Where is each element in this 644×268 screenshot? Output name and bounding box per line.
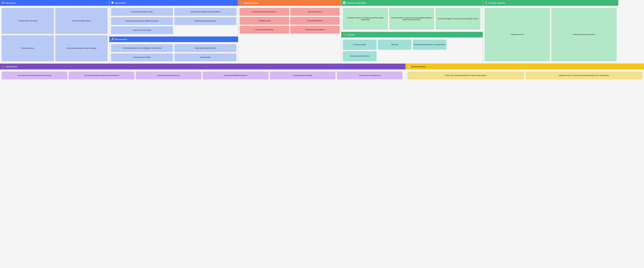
card-personalized: Personalized recommendations xyxy=(290,26,340,34)
card-cogs: Cost of goods sold (including procuremen… xyxy=(2,72,67,79)
card-marketing: Marketing and advertising initiatives xyxy=(174,17,236,25)
revenue-streams-icon: 🏷️ xyxy=(407,65,410,68)
card-payment-processors: Payment processors xyxy=(2,35,54,61)
card-tech-infra: Technology infrastructure: servers, data… xyxy=(111,44,173,52)
key-partners-panel: 🤝 Key partners: Third-party sellers and … xyxy=(0,0,110,63)
customer-segments-panel: 🍕 Customer segments: Individual consumer… xyxy=(483,0,618,63)
channels-header: ✏️ Channels: xyxy=(341,32,483,38)
card-employee-salaries: Employee salaries and benefits xyxy=(270,72,336,79)
value-proposition-icon: ⚙️ xyxy=(240,2,243,4)
key-partners-header: 🤝 Key partners: xyxy=(0,0,109,6)
card-brand-reputation: Brand reputation xyxy=(174,53,236,61)
key-activities-title: Key activities: xyxy=(115,2,126,4)
cost-structure-icon: ✂️ xyxy=(2,65,4,68)
key-partners-cards: Third-party sellers and vendors Delivery… xyxy=(0,6,109,63)
channels-cards: E-commerce website Mobile app Physical r… xyxy=(341,38,483,63)
key-resources-icon: 🔑 xyxy=(111,38,114,41)
revenue-streams-title: Revenue streams: xyxy=(411,66,426,68)
channels-title: Channels: xyxy=(347,34,355,36)
key-activities-icon: 💬 xyxy=(111,2,114,4)
bottom-section: ✂️ Cost structure: Cost of goods sold (i… xyxy=(0,63,644,82)
card-community-engagement: Community engagement: customer forums an… xyxy=(436,8,480,30)
card-tech-maintenance: Technology infrastructure maintenance an… xyxy=(69,72,134,79)
key-resources-title: Key resources: xyxy=(115,38,127,40)
key-activities-cards: Procuring and managing inventory Develop… xyxy=(110,6,238,36)
revenue-streams-panel: 🏷️ Revenue streams: Product sales: reven… xyxy=(406,64,644,82)
card-customer-service-costs: Customer service and support costs xyxy=(337,72,402,79)
key-partners-title: Key partners: xyxy=(6,2,16,4)
rel-channels-panel: 📊 Customer relationships: Self-service: … xyxy=(341,0,483,63)
card-fast-reliable: Fast and reliable delivery xyxy=(290,17,340,25)
customer-segments-icon: 🍕 xyxy=(484,2,488,4)
card-self-service: Self-service: customers can browse and p… xyxy=(343,8,388,30)
card-warehousing: Warehousing and fulfillment expenses xyxy=(203,72,268,79)
card-mobile-app: Mobile app xyxy=(378,40,412,50)
key-activities-header: 💬 Key activities: xyxy=(110,0,238,6)
customer-relationships-icon: 📊 xyxy=(343,2,346,4)
card-amazon-devices: Amazon devices (Kindle, Echo) xyxy=(343,51,376,61)
key-partners-icon: 🤝 xyxy=(2,2,4,4)
customer-relationships-cards: Self-service: customers can browse and p… xyxy=(341,6,483,32)
card-physical-retail: Physical retail stores (Amazon Go, Amazo… xyxy=(413,40,446,50)
card-convenient-shopping: Convenient online shopping experience xyxy=(240,8,289,16)
card-individual-consumers: Individual consumers xyxy=(484,8,550,61)
value-proposition-panel: ⚙️ Value proposition: Convenient online … xyxy=(238,0,341,63)
key-resources-header: 🔑 Key resources: xyxy=(110,36,238,42)
card-small-medium-biz: Small and medium-sized businesses xyxy=(551,8,616,61)
value-proposition-cards: Convenient online shopping experience Wi… xyxy=(238,6,341,36)
card-customer-data: Customer data and analytics xyxy=(111,53,173,61)
card-developing: Developing and maintaining technology pl… xyxy=(174,8,236,16)
card-personal-assistance: Personal assistance: customer service re… xyxy=(389,8,434,30)
card-customer-reviews: Customer reviews and ratings xyxy=(240,26,289,34)
card-ensuring: Ensuring reliable and fast order fulfill… xyxy=(111,17,173,25)
business-model-canvas: 🤝 Key partners: Third-party sellers and … xyxy=(0,0,644,82)
card-third-party-sellers: Third-party sellers and vendors xyxy=(2,8,54,34)
card-competitive-pricing: Competitive pricing xyxy=(240,17,289,25)
cost-structure-title: Cost structure: xyxy=(6,66,18,68)
card-product-sales: Product sales: revenue generated from th… xyxy=(407,72,524,79)
card-marketing-expenses: Marketing and advertising expenses xyxy=(136,72,202,79)
revenue-streams-header: 🏷️ Revenue streams: xyxy=(406,64,644,69)
card-wide-product: Wide product selection xyxy=(290,8,340,16)
card-content-creators: Content creators (publishers, authors, m… xyxy=(55,35,108,61)
customer-segments-title: Customer segments: xyxy=(488,2,506,4)
card-procuring: Procuring and managing inventory xyxy=(111,8,173,16)
value-proposition-title: Value proposition: xyxy=(244,2,258,4)
card-subscription-services: Subscription services: revenue from subs… xyxy=(526,72,642,79)
value-proposition-header: ⚙️ Value proposition: xyxy=(238,0,341,6)
top-section: 🤝 Key partners: Third-party sellers and … xyxy=(0,0,644,63)
card-delivery-logistics: Delivery and logistics partners xyxy=(55,8,108,34)
revenue-streams-cards: Product sales: revenue generated from th… xyxy=(406,69,644,82)
cost-structure-header: ✂️ Cost structure: xyxy=(0,64,406,69)
cost-structure-panel: ✂️ Cost structure: Cost of goods sold (i… xyxy=(0,64,406,82)
channels-icon: ✏️ xyxy=(343,33,346,36)
customer-segments-header: 🍕 Customer segments: xyxy=(483,0,618,6)
customer-relationships-title: Customer relationships: xyxy=(347,2,366,4)
card-ecommerce: E-commerce website xyxy=(343,40,376,50)
activities-resources-panel: 💬 Key activities: Procuring and managing… xyxy=(110,0,238,63)
customer-segments-cards: Individual consumers Small and medium-si… xyxy=(483,6,618,63)
cost-structure-cards: Cost of goods sold (including procuremen… xyxy=(0,69,406,82)
card-customer-service-activities: Customer service and support xyxy=(111,26,173,34)
customer-relationships-header: 📊 Customer relationships: xyxy=(341,0,483,6)
key-resources-cards: Technology infrastructure: servers, data… xyxy=(110,42,238,63)
card-supply-chain: Supply chain and logistics network xyxy=(174,44,236,52)
